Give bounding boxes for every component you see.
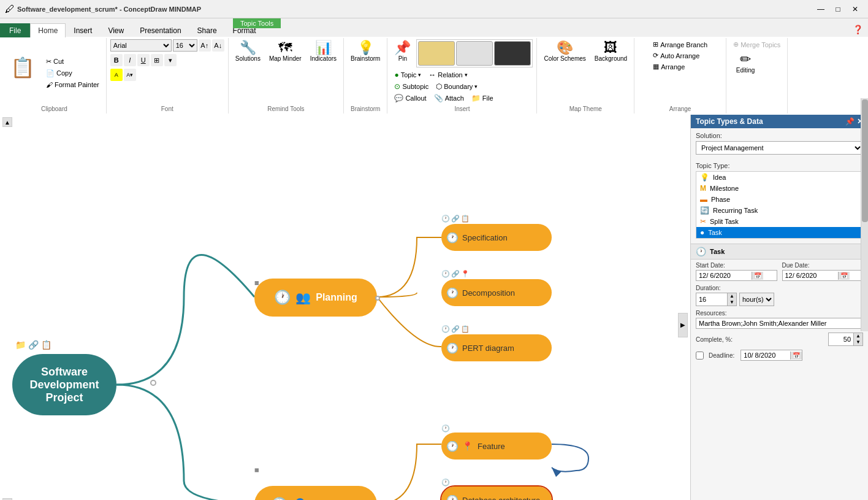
attach-button[interactable]: 📎 Attach	[431, 93, 467, 104]
tab-share[interactable]: Share	[189, 23, 225, 37]
ribbon-tabs: Topic Tools File Home Insert View Presen…	[0, 18, 868, 37]
solutions-button[interactable]: 🔧 Solutions	[232, 39, 264, 64]
topic-type-phase[interactable]: ▬ Phase	[696, 194, 862, 205]
ribbon-group-map-theme: 🎨 Color Schemes 🖼 Background Map Theme	[537, 38, 634, 113]
complete-spinners: ▲ ▼	[853, 333, 862, 345]
font-color-button[interactable]: A▾	[124, 69, 136, 81]
auto-arrange-button[interactable]: ⟳ Auto Arrange	[650, 50, 702, 61]
due-date-input-wrap: 📅	[782, 270, 864, 281]
pin-button[interactable]: 📌 Pin	[391, 39, 414, 67]
help-button[interactable]: ❓	[848, 22, 868, 37]
indicators-button[interactable]: 📊 Indicators	[307, 39, 340, 64]
subtopic-button[interactable]: ⊙ Subtopic	[391, 81, 432, 92]
theme-thumb-2[interactable]	[456, 41, 493, 66]
tab-insert[interactable]: Insert	[66, 23, 100, 37]
tab-file[interactable]: File	[0, 23, 30, 37]
idea-icon: 💡	[700, 173, 709, 182]
color-schemes-button[interactable]: 🎨 Color Schemes	[541, 39, 588, 64]
topic-type-milestone[interactable]: M Milestone	[696, 183, 862, 194]
font-family-select[interactable]: Arial	[110, 39, 172, 52]
topic-type-task[interactable]: ● Task	[696, 227, 862, 238]
task-header: 🕐 Task	[691, 244, 868, 260]
background-button[interactable]: 🖼 Background	[592, 39, 630, 64]
theme-thumb-1[interactable]	[418, 41, 455, 66]
boundary-button[interactable]: ⬡ Boundary ▾	[433, 81, 481, 92]
topic-tools-tab[interactable]: Topic Tools	[233, 18, 281, 28]
close-button[interactable]: ✕	[847, 2, 863, 16]
due-date-input[interactable]	[783, 271, 838, 280]
text-more-button[interactable]: ▾	[164, 54, 177, 66]
start-date-input[interactable]	[696, 271, 752, 280]
duration-unit-select[interactable]: hour(s) day(s)	[739, 293, 774, 306]
feature-clock-icon: 🕐	[446, 440, 459, 452]
duration-up-button[interactable]: ▲	[728, 293, 736, 299]
spec-clock-icon: 🕐	[446, 232, 459, 244]
planning-branch[interactable]: 🕐 👥 Planning	[254, 279, 377, 317]
theme-thumb-3[interactable]	[494, 41, 531, 66]
root-node[interactable]: Software Development Project	[12, 354, 116, 415]
file-button[interactable]: 📁 File	[468, 93, 497, 104]
solution-select[interactable]: Project Management	[696, 141, 863, 155]
relation-button[interactable]: ↔ Relation ▾	[425, 69, 470, 80]
callout-button[interactable]: 💬 Callout	[391, 93, 429, 104]
brainstorm-icon: 💡	[357, 41, 374, 55]
duration-down-button[interactable]: ▼	[728, 299, 736, 306]
canvas[interactable]: 📁🔗📋 Software Development Project ≡ 🕐 👥 P…	[0, 115, 690, 500]
scroll-up[interactable]: ▲	[2, 117, 12, 127]
font-grow-button[interactable]: A↑	[199, 39, 211, 52]
decomp-icons: 🕐🔗📍	[441, 270, 470, 278]
start-date-picker-button[interactable]: 📅	[752, 272, 763, 280]
spec-leaf[interactable]: 🕐 Specification	[441, 224, 552, 251]
deadline-picker-button[interactable]: 📅	[790, 352, 802, 360]
complete-up-button[interactable]: ▲	[854, 333, 862, 339]
panel-pin-button[interactable]: 📌	[845, 117, 855, 126]
italic-button[interactable]: I	[124, 54, 136, 66]
panel-scrollbar[interactable]	[861, 98, 868, 331]
topic-type-idea[interactable]: 💡 Idea	[696, 172, 862, 183]
highlight-button[interactable]: A	[110, 69, 123, 81]
arrange-button[interactable]: ▦ Arrange	[650, 61, 688, 72]
minimize-button[interactable]: —	[813, 2, 829, 16]
cut-button[interactable]: ✂ Cut	[43, 56, 102, 67]
feature-leaf[interactable]: 🕐 📍 Feature	[441, 433, 552, 460]
task-icon: ●	[700, 228, 704, 237]
format-painter-button[interactable]: 🖌 Format Painter	[43, 80, 102, 90]
dbarch-leaf[interactable]: 🕐 Database architecture	[441, 487, 552, 500]
tab-home[interactable]: Home	[30, 23, 66, 37]
editing-button[interactable]: ✏ Editing	[730, 51, 761, 75]
tab-presentation[interactable]: Presentation	[132, 23, 189, 37]
map-minder-button[interactable]: 🗺 Map Minder	[266, 39, 305, 64]
underline-button[interactable]: U	[137, 54, 150, 66]
tab-view[interactable]: View	[100, 23, 132, 37]
topic-type-split[interactable]: ✂ Split Task	[696, 216, 862, 227]
start-date-col: Start Date: 📅	[696, 262, 777, 281]
arrange-branch-button[interactable]: ⊞ Arrange Branch	[650, 39, 710, 50]
split-icon: ✂	[700, 217, 706, 226]
merge-topics-button[interactable]: ⊕ Merge Topics	[730, 39, 783, 50]
bold-button[interactable]: B	[110, 54, 123, 66]
designing-branch[interactable]: 🕐 👤 Designing	[254, 486, 377, 500]
complete-input[interactable]	[829, 334, 853, 344]
scroll-right[interactable]: ▶	[678, 313, 688, 337]
ribbon-group-brainstorm: 💡 Brainstorm Brainstorm	[344, 38, 387, 113]
text-box-button[interactable]: ⊞	[151, 54, 163, 66]
complete-down-button[interactable]: ▼	[854, 339, 862, 345]
pert-leaf[interactable]: 🕐 PERT diagram	[441, 334, 552, 361]
decomp-clock-icon: 🕐	[446, 287, 459, 299]
pert-icons: 🕐🔗📋	[441, 325, 470, 333]
topic-type-recurring[interactable]: 🔄 Recurring Task	[696, 205, 862, 216]
ribbon-group-arrange: ⊞ Arrange Branch ⟳ Auto Arrange ▦ Arrang…	[634, 38, 726, 113]
copy-button[interactable]: 📄 Copy	[43, 68, 102, 79]
font-shrink-button[interactable]: A↓	[212, 39, 224, 52]
deadline-checkbox[interactable]	[696, 352, 704, 360]
deadline-input[interactable]	[741, 350, 790, 360]
duration-input[interactable]	[696, 294, 727, 304]
decomp-leaf[interactable]: 🕐 Decomposition	[441, 279, 552, 306]
topic-button[interactable]: ● Topic ▾	[391, 69, 424, 80]
brainstorm-button[interactable]: 💡 Brainstorm	[348, 39, 383, 64]
resources-input[interactable]	[696, 318, 863, 329]
font-size-select[interactable]: 16	[173, 39, 197, 52]
due-date-picker-button[interactable]: 📅	[838, 272, 850, 280]
maximize-button[interactable]: □	[830, 2, 846, 16]
paste-button[interactable]: 📋	[6, 54, 39, 81]
